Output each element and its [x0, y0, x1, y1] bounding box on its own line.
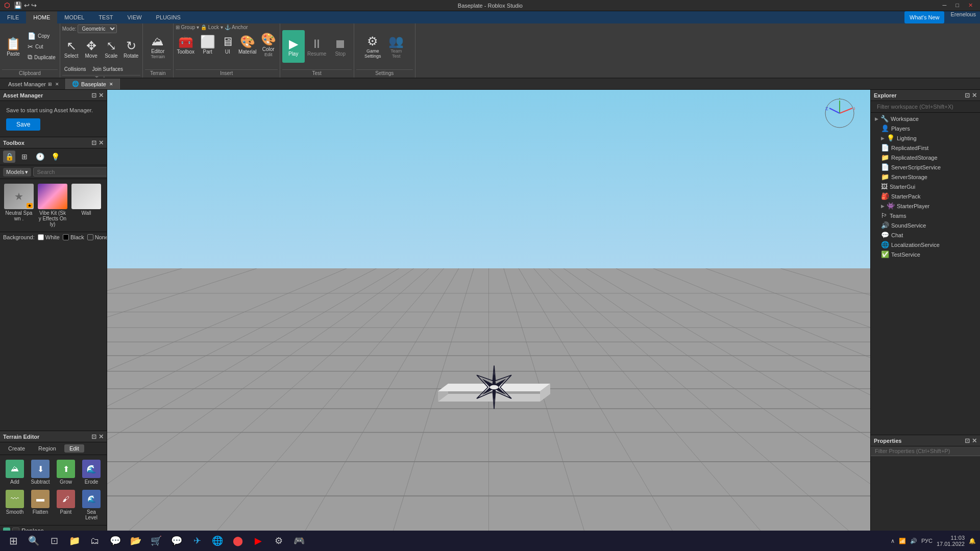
baseplate-close-icon[interactable]: ✕: [109, 82, 113, 87]
taskbar-app-chat[interactable]: 💬: [106, 532, 125, 550]
toolbox-tab-inventory[interactable]: 🔒: [3, 151, 15, 163]
terrain-tool-erode[interactable]: 🌊 Erode: [80, 458, 103, 486]
copy-button[interactable]: 📄 Copy: [26, 31, 58, 41]
taskbar-app-browser1[interactable]: 🌐: [208, 532, 227, 550]
terrain-tool-sea-level[interactable]: 🌊 Sea Level: [80, 488, 103, 522]
taskbar-app-telegram[interactable]: ✈: [188, 532, 206, 550]
taskbar-app-chrome[interactable]: ⬤: [229, 532, 247, 550]
move-button[interactable]: ✥ Move: [82, 35, 101, 62]
tray-notifications[interactable]: 🔔: [969, 538, 976, 544]
asset-manager-close-btn[interactable]: ✕: [99, 92, 104, 99]
minimize-btn[interactable]: ─: [940, 2, 950, 9]
explorer-item-replicated-first[interactable]: 📄 ReplicatedFirst: [871, 143, 980, 153]
maximize-btn[interactable]: □: [952, 2, 962, 9]
explorer-item-test-service[interactable]: ✅ TestService: [871, 249, 980, 259]
stop-button[interactable]: ⏹ Stop: [329, 30, 352, 63]
explorer-item-starter-player[interactable]: ▶ 👾 StarterPlayer: [871, 201, 980, 211]
terrain-tool-add[interactable]: ⛰ Add: [3, 458, 27, 486]
bg-white-option[interactable]: White: [38, 234, 60, 240]
cut-button[interactable]: ✂ Cut: [26, 41, 58, 52]
properties-close-btn[interactable]: ✕: [972, 437, 977, 444]
tab-asset-manager[interactable]: Asset Manager ⊞ ✕: [2, 79, 66, 89]
terrain-tool-flatten[interactable]: ▬ Flatten: [29, 488, 52, 522]
terrain-tab-edit[interactable]: Edit: [64, 444, 84, 453]
terrain-editor-dock-icon[interactable]: ⊡: [91, 433, 96, 440]
toolbox-item-vibe-kit[interactable]: Vibe Kit (Sky Effects Only): [37, 182, 68, 229]
whats-new-button[interactable]: What's New: [904, 11, 944, 23]
bg-none-option[interactable]: None: [87, 234, 107, 240]
material-button[interactable]: 🎨 Material: [237, 31, 258, 58]
explorer-item-starter-gui[interactable]: 🖼 StarterGui: [871, 182, 980, 191]
taskbar-app-youtube[interactable]: ▶: [249, 532, 267, 550]
models-dropdown[interactable]: Models ▾: [3, 168, 31, 177]
explorer-item-sound-service[interactable]: 🔊 SoundService: [871, 220, 980, 230]
tab-baseplate[interactable]: 🌐 Baseplate ✕: [66, 79, 120, 89]
resume-button[interactable]: ⏸ Resume: [306, 30, 328, 63]
explorer-item-replicated-storage[interactable]: 📁 ReplicatedStorage: [871, 153, 980, 162]
terrain-editor-button[interactable]: ⛰ Editor Terrain: [146, 30, 169, 63]
close-btn[interactable]: ✕: [965, 2, 976, 9]
toolbox-item-neutral-spawn[interactable]: ★ Neutral Spawn .: [3, 182, 35, 229]
tray-chevron[interactable]: ∧: [891, 538, 895, 544]
explorer-item-players[interactable]: 👤 Players: [871, 123, 980, 133]
part-button[interactable]: ⬜ Part: [198, 31, 218, 58]
team-test-button[interactable]: 👥 TeamTest: [385, 30, 407, 63]
asset-manager-close-icon[interactable]: ✕: [55, 82, 59, 87]
asset-manager-dock-icon[interactable]: ⊡: [91, 92, 96, 99]
taskbar-app-store[interactable]: 🛒: [147, 532, 165, 550]
terrain-tool-subtract[interactable]: ⬇ Subtract: [29, 458, 52, 486]
terrain-tool-paint[interactable]: 🖌 Paint: [54, 488, 78, 522]
select-button[interactable]: ↖ Select: [62, 35, 81, 62]
file-explorer-taskbar[interactable]: 📁: [65, 532, 84, 550]
terrain-editor-close-btn[interactable]: ✕: [99, 433, 104, 440]
toolbox-tab-starred[interactable]: 💡: [49, 151, 61, 163]
explorer-item-server-script-service[interactable]: 📄 ServerScriptService: [871, 162, 980, 172]
bg-black-option[interactable]: Black: [63, 234, 84, 240]
tab-view[interactable]: VIEW: [120, 11, 149, 23]
explorer-item-workspace[interactable]: ▶ 🔧 Workspace: [871, 114, 980, 123]
taskbar-app-folder[interactable]: 📂: [127, 532, 145, 550]
toolbox-tab-marketplace[interactable]: ⊞: [18, 151, 31, 163]
tab-plugins[interactable]: PLUGINS: [149, 11, 188, 23]
toolbox-search-input[interactable]: [33, 167, 107, 177]
terrain-tool-smooth[interactable]: 〰 Smooth: [3, 488, 27, 522]
start-button[interactable]: ⊞: [4, 532, 22, 550]
explorer-item-server-storage[interactable]: 📁 ServerStorage: [871, 172, 980, 182]
tab-test[interactable]: TEST: [91, 11, 120, 23]
ui-button[interactable]: 🖥 UI: [219, 31, 236, 58]
tab-home[interactable]: HOME: [26, 11, 57, 23]
taskbar-app-discord[interactable]: 💬: [167, 532, 186, 550]
paste-button[interactable]: 📋 Paste: [2, 30, 24, 63]
tab-model[interactable]: MODEL: [57, 11, 91, 23]
duplicate-button[interactable]: ⧉ Duplicate: [26, 52, 58, 62]
rotate-button[interactable]: ↻ Rotate: [122, 35, 140, 62]
taskbar-app-extra[interactable]: 🎮: [290, 532, 308, 550]
taskbar-app-dev[interactable]: ⚙: [270, 532, 288, 550]
save-button[interactable]: Save: [6, 118, 40, 131]
toolbox-button[interactable]: 🧰 Toolbox: [176, 31, 196, 58]
explorer-item-localization-service[interactable]: 🌐 LocalizationService: [871, 240, 980, 249]
toolbox-dock-icon[interactable]: ⊡: [91, 139, 96, 146]
toolbox-item-wall[interactable]: Wall: [70, 182, 102, 229]
explorer-close-btn[interactable]: ✕: [972, 92, 977, 99]
explorer-item-teams[interactable]: 🏳 Teams: [871, 211, 980, 220]
taskbar-app-files[interactable]: 🗂: [86, 532, 104, 550]
color-button[interactable]: 🎨 Color Edit: [259, 31, 278, 58]
properties-filter-input[interactable]: [871, 446, 980, 456]
search-button[interactable]: 🔍: [24, 532, 43, 550]
play-button[interactable]: ▶ Play: [282, 30, 305, 63]
explorer-dock-icon[interactable]: ⊡: [965, 92, 970, 99]
toolbox-close-btn[interactable]: ✕: [99, 139, 104, 146]
terrain-tool-grow[interactable]: ⬆ Grow: [54, 458, 78, 486]
terrain-tab-create[interactable]: Create: [3, 444, 30, 453]
join-surfaces-button[interactable]: Join Surfaces: [90, 64, 126, 74]
collisions-button[interactable]: Collisions: [62, 64, 88, 74]
scale-button[interactable]: ⤡ Scale: [102, 35, 120, 62]
terrain-tab-region[interactable]: Region: [33, 444, 61, 453]
task-view-button[interactable]: ⊡: [45, 532, 63, 550]
properties-dock-icon[interactable]: ⊡: [965, 437, 970, 444]
toolbox-tab-recent[interactable]: 🕐: [34, 151, 46, 163]
tab-file[interactable]: FILE: [0, 11, 26, 23]
viewport[interactable]: X Y Z: [107, 90, 870, 537]
explorer-item-starter-pack[interactable]: 🎒 StarterPack: [871, 191, 980, 201]
